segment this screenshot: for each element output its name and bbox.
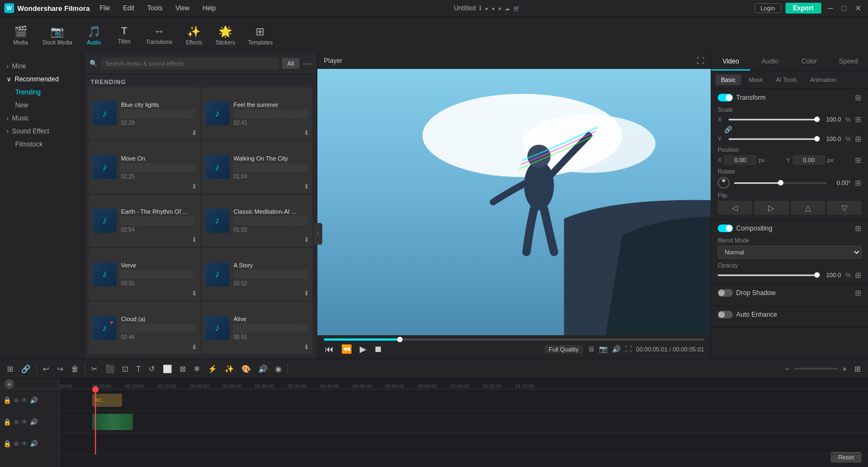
blend-mode-select[interactable]: Normal Multiply Screen Overlay [718, 246, 861, 259]
tl-split-button[interactable]: ⬛ [103, 363, 117, 375]
music-track-8[interactable]: ♪ A Story 02:52 ⬇ [201, 248, 313, 300]
track3-eye-icon[interactable]: 👁 [21, 440, 28, 447]
menu-tools[interactable]: Tools [144, 3, 165, 13]
tl-magnet-button[interactable]: 🔗 [18, 363, 33, 375]
download-icon-4[interactable]: ⬇ [304, 183, 309, 190]
subtab-basic[interactable]: Basic [716, 74, 741, 85]
download-icon-6[interactable]: ⬇ [304, 236, 309, 244]
tl-mirror-button[interactable]: ⬜ [160, 363, 175, 375]
opacity-slider[interactable] [718, 274, 817, 276]
tl-color-button[interactable]: 🎨 [239, 363, 253, 375]
tool-effects[interactable]: ✨ Effects [180, 22, 208, 49]
compositing-expand-icon[interactable]: ⊞ [855, 224, 861, 233]
subtab-ai-tools[interactable]: AI Tools [770, 74, 802, 85]
music-track-9[interactable]: ♪ ♥ Cloud (a) 02:46 ⬇ [88, 302, 200, 354]
opacity-handle[interactable] [814, 272, 820, 278]
transform-expand-icon[interactable]: ⊞ [855, 93, 861, 102]
monitor-icon[interactable]: 🖥 [588, 345, 595, 353]
sidebar-item-music[interactable]: › Music [0, 112, 84, 125]
rotate-expand[interactable]: ⊞ [855, 178, 861, 187]
tool-media[interactable]: 🎬 Media [7, 22, 35, 49]
search-input[interactable] [101, 57, 279, 69]
sidebar-item-trending[interactable]: Trending [0, 86, 84, 99]
scale-x-handle[interactable] [814, 117, 820, 122]
camera-icon[interactable]: 📷 [599, 345, 608, 353]
tl-zoom-in-button[interactable]: + [840, 363, 850, 375]
track-eye-icon[interactable]: 👁 [21, 396, 28, 404]
tl-delete-button[interactable]: 🗑 [68, 363, 81, 375]
sidebar-item-recommended[interactable]: ∨ Recommended [0, 73, 84, 86]
flip-vertical-up-button[interactable]: △ [791, 201, 825, 215]
music-track-10[interactable]: ♪ Alive 00:51 ⬇ [201, 302, 313, 354]
music-track-7[interactable]: ♪ Verve 03:31 ⬇ [88, 248, 200, 300]
playhead[interactable] [95, 389, 96, 455]
menu-help[interactable]: Help [199, 3, 219, 13]
tool-templates[interactable]: ⊞ Templates [242, 22, 278, 49]
tool-transitions[interactable]: ↔ Transitions [141, 22, 178, 48]
tl-redo-button[interactable]: ↪ [54, 363, 66, 375]
download-icon-10[interactable]: ⬇ [304, 343, 309, 351]
track-lock-icon[interactable]: 🔒 [3, 396, 11, 404]
tool-titles[interactable]: T Titles [110, 22, 138, 48]
menu-view[interactable]: View [172, 3, 193, 13]
sidebar-item-mine[interactable]: › Mine [0, 60, 84, 73]
close-button[interactable]: ✕ [853, 4, 864, 12]
tab-video[interactable]: Video [711, 53, 750, 71]
flip-vertical-down-button[interactable]: ▽ [827, 201, 861, 215]
pos-y-input[interactable]: 0.00 [793, 155, 825, 165]
play-button[interactable]: ▶ [359, 343, 367, 355]
export-button[interactable]: Export [786, 3, 821, 14]
video-clip[interactable] [92, 414, 133, 430]
tl-ai-button[interactable]: ✨ [222, 363, 237, 375]
position-expand[interactable]: ⊞ [855, 156, 861, 164]
track2-speaker-icon[interactable]: 🔊 [30, 418, 38, 426]
rotate-circle[interactable] [718, 177, 730, 189]
tab-speed[interactable]: Speed [829, 53, 868, 71]
tl-detect-button[interactable]: ◉ [272, 363, 284, 375]
filter-button[interactable]: All [282, 58, 299, 69]
track3-add-icon[interactable]: ⊕ [14, 440, 19, 447]
download-icon-8[interactable]: ⬇ [304, 290, 309, 297]
tl-audio-button[interactable]: 🔊 [256, 363, 270, 375]
track2-eye-icon[interactable]: 👁 [21, 418, 28, 426]
transform-toggle[interactable] [718, 94, 733, 101]
progress-handle[interactable] [397, 337, 403, 342]
music-track-5[interactable]: ♪ Earth - The Rhythm Of ... 02:54 ⬇ [88, 195, 200, 247]
tl-freeze-button[interactable]: ❄ [191, 363, 203, 375]
add-track-button[interactable]: + [4, 379, 14, 389]
scale-y-slider[interactable] [729, 138, 817, 140]
tl-rotate-button[interactable]: ↺ [146, 363, 158, 375]
download-icon-1[interactable]: ⬇ [192, 129, 197, 137]
compositing-toggle[interactable] [718, 225, 733, 232]
drop-shadow-toggle[interactable] [718, 289, 733, 297]
track-speaker-icon[interactable]: 🔊 [30, 396, 38, 404]
fullscreen-icon[interactable]: ⛶ [625, 345, 632, 353]
skip-back-button[interactable]: ⏮ [324, 343, 335, 355]
minimize-button[interactable]: ─ [826, 4, 835, 12]
sidebar-item-new[interactable]: New [0, 99, 84, 112]
sidebar-item-filmstock[interactable]: Filmstock [0, 138, 84, 151]
subtab-animation[interactable]: Animation [805, 74, 842, 85]
menu-file[interactable]: File [96, 3, 113, 13]
music-track-6[interactable]: ♪ Classic Meditation-AI ... 01:02 ⬇ [201, 195, 313, 247]
track2-add-icon[interactable]: ⊕ [14, 418, 19, 426]
drop-shadow-expand[interactable]: ⊞ [855, 289, 861, 297]
tl-text-button[interactable]: T [133, 363, 144, 375]
timeline-main[interactable]: 00:00 00:05:00 00:10:00 00:15:00 00:20:0… [60, 379, 868, 467]
subtab-mask[interactable]: Mask [743, 74, 768, 85]
login-button[interactable]: Login [755, 3, 781, 13]
scale-y-handle[interactable] [814, 136, 820, 142]
more-options-button[interactable]: ⋯ [303, 59, 311, 69]
tl-speed-button[interactable]: ⚡ [205, 363, 220, 375]
tab-audio[interactable]: Audio [750, 53, 789, 71]
scale-y-expand[interactable]: ⊞ [855, 135, 861, 143]
flip-horizontal-left-button[interactable]: ◁ [718, 201, 752, 215]
music-track-4[interactable]: ♪ Walking On The City 01:04 ⬇ [201, 141, 313, 194]
download-icon-2[interactable]: ⬇ [304, 129, 309, 137]
zoom-slider[interactable] [794, 368, 838, 369]
progress-bar[interactable] [324, 338, 704, 341]
text-clip[interactable]: RC... [92, 394, 122, 407]
scale-x-expand[interactable]: ⊞ [855, 115, 861, 124]
track-add-icon[interactable]: ⊕ [14, 396, 19, 404]
tl-cut-button[interactable]: ✂ [88, 363, 100, 375]
